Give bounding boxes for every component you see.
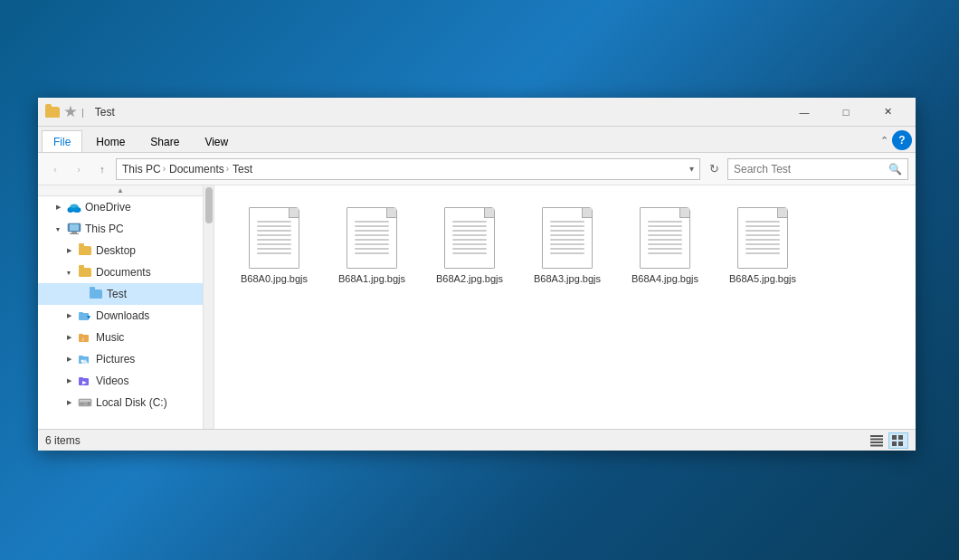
path-label-documents: Documents [169,163,224,176]
file-icon [734,204,792,269]
close-button[interactable]: ✕ [867,98,908,127]
folder-icon-title [45,105,60,119]
desktop-folder-icon [78,243,92,258]
path-label-thispc: This PC [122,163,161,176]
downloads-icon [78,308,92,323]
svg-rect-28 [892,435,897,440]
path-label-test: Test [233,163,252,176]
view-largeicon-button[interactable] [888,432,908,449]
tab-home[interactable]: Home [84,130,137,152]
documents-folder-icon [78,265,92,280]
file-item[interactable]: B68A1.jpg.bgjs [327,200,417,289]
svg-rect-27 [870,444,883,446]
view-details-button[interactable] [867,432,887,449]
sidebar-label-music: Music [96,331,199,344]
file-name: B68A2.jpg.bgjs [436,272,503,285]
sidebar-item-music[interactable]: ♪ Music [38,327,203,348]
file-area: B68A0.jpg.bgjs B68A1.jpg.bgjs B68A2.jpg.… [214,185,916,429]
expand-videos[interactable] [63,375,74,386]
sidebar-item-thispc[interactable]: This PC [38,218,203,240]
tab-file[interactable]: File [42,130,82,152]
sidebar-label-localdisk: Local Disk (C:) [96,396,199,409]
expand-documents[interactable] [63,267,74,278]
title-bar-icons: | [45,105,84,119]
svg-rect-7 [79,313,89,320]
title-separator: | [81,107,84,118]
expand-onedrive[interactable] [52,202,63,213]
address-path[interactable]: This PC › Documents › Test ▾ [116,158,700,180]
expand-music[interactable] [63,332,74,343]
sidebar-label-videos: Videos [96,375,199,387]
file-icon [441,204,498,269]
sidebar-item-desktop[interactable]: Desktop [38,240,203,261]
file-item[interactable]: B68A2.jpg.bgjs [424,200,515,289]
ribbon-collapse-btn[interactable]: ⌃ [880,135,888,147]
svg-rect-23 [80,403,84,404]
sidebar-item-test[interactable]: Test [38,283,203,305]
sidebar-label-thispc: This PC [85,223,199,235]
file-item[interactable]: B68A5.jpg.bgjs [717,200,808,289]
search-icon[interactable]: 🔍 [888,163,902,176]
expand-test [74,289,85,299]
sidebar-item-pictures[interactable]: Pictures [38,348,203,370]
sidebar-item-documents[interactable]: Documents [38,261,203,283]
file-item[interactable]: B68A3.jpg.bgjs [522,200,612,289]
sidebar-label-downloads: Downloads [96,309,199,322]
view-buttons [867,432,908,449]
svg-rect-18 [79,377,83,379]
svg-rect-24 [870,435,883,437]
search-input[interactable] [734,163,885,176]
scroll-thumb[interactable] [205,187,213,223]
refresh-button[interactable]: ↻ [704,159,724,179]
expand-thispc[interactable] [52,223,63,234]
window-controls: — □ ✕ [783,98,908,127]
expand-pictures[interactable] [63,354,74,365]
file-item[interactable]: B68A0.jpg.bgjs [229,200,319,289]
up-button[interactable]: ↑ [92,159,112,179]
path-segment-test: Test [233,163,252,176]
videos-icon [78,374,92,388]
sidebar-label-desktop: Desktop [96,244,199,257]
file-name: B68A5.jpg.bgjs [729,272,796,285]
tab-share[interactable]: Share [138,130,191,152]
title-bar: | Test — □ ✕ [38,98,916,127]
svg-rect-21 [80,400,90,402]
svg-rect-14 [79,356,83,357]
computer-icon [67,222,81,236]
expand-desktop[interactable] [63,245,74,256]
tab-view[interactable]: View [193,130,240,152]
item-count: 6 items [45,434,81,447]
maximize-button[interactable]: □ [825,98,867,127]
svg-rect-29 [898,435,903,440]
disk-icon [78,395,92,410]
path-dropdown-arrow[interactable]: ▾ [689,164,694,174]
scroll-up-btn[interactable]: ▲ [38,185,203,196]
file-icon [538,204,596,269]
path-segment-thispc: This PC › [122,163,166,176]
forward-button[interactable]: › [69,159,89,179]
sidebar-label-documents: Documents [96,266,199,279]
file-name: B68A4.jpg.bgjs [631,272,698,285]
sidebar-scrollbar[interactable] [203,185,214,429]
expand-localdisk[interactable] [63,397,74,408]
sidebar-item-onedrive[interactable]: OneDrive [38,196,203,218]
window-title: Test [95,106,783,119]
expand-downloads[interactable] [63,310,74,321]
sidebar-item-downloads[interactable]: Downloads [38,305,203,327]
svg-point-22 [88,403,90,405]
quick-access-icon [63,105,78,119]
file-icon [636,204,694,269]
search-box[interactable]: 🔍 [727,158,908,180]
minimize-button[interactable]: — [783,98,825,127]
sidebar-item-localdisk[interactable]: Local Disk (C:) [38,392,203,413]
main-content: ▲ OneDrive This PC [38,185,916,429]
address-bar: ‹ › ↑ This PC › Documents › Test ▾ ↻ 🔍 [38,153,916,185]
sidebar: ▲ OneDrive This PC [38,185,214,429]
svg-rect-6 [70,233,79,234]
file-item[interactable]: B68A4.jpg.bgjs [620,200,710,289]
back-button[interactable]: ‹ [45,159,65,179]
help-button[interactable]: ? [892,130,912,150]
sidebar-item-videos[interactable]: Videos [38,370,203,392]
status-bar: 6 items [38,429,916,451]
svg-rect-5 [71,232,77,233]
